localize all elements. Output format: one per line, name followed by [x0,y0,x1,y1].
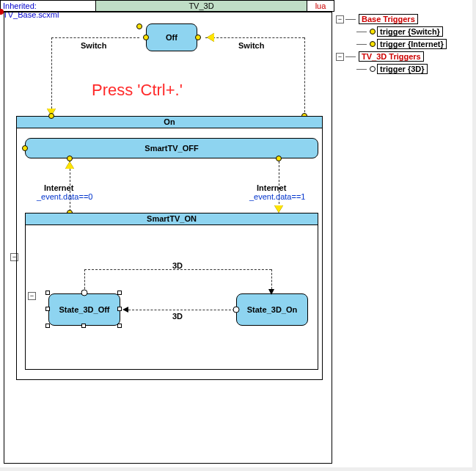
script-lang: lua [307,1,334,11]
selection-handle[interactable] [45,307,50,311]
transition-cond: _event.data==0 [37,192,92,201]
state-label: State_3D_On [247,305,297,314]
diagram-header: Inherited: TV_Base.scxml TV_3D lua [0,0,334,12]
selection-handle[interactable] [117,291,122,295]
scrollbar-horizontal[interactable] [0,467,476,471]
tree-connector-icon [356,64,370,74]
state-smarttv-on[interactable]: SmartTV_ON [25,213,318,370]
hint-overlay: Press 'Ctrl+.' [92,81,183,100]
tree-toggle-icon[interactable]: − [336,15,344,23]
trigger-group[interactable]: Base Triggers [359,14,418,24]
state-label: State_3D_Off [59,305,109,314]
trigger-tree[interactable]: − Base Triggers trigger {Switch} trigger… [336,13,472,76]
state-label: Off [166,33,177,42]
trigger-item[interactable]: trigger {Switch} [377,26,443,37]
arrow-icon [65,161,74,169]
port-icon[interactable] [22,145,28,151]
port-icon[interactable] [67,156,73,161]
arrow-icon [122,307,128,313]
trigger-group[interactable]: TV_3D Triggers [359,51,424,62]
port-icon[interactable] [143,34,149,40]
trigger-dot-icon [370,29,376,34]
state-off[interactable]: Off [146,23,197,51]
port-icon[interactable] [136,23,142,29]
selection-handle[interactable] [45,324,50,328]
tree-connector-icon [345,51,359,62]
state-3d-on[interactable]: State_3D_On [236,293,308,326]
trigger-dot-icon [370,66,376,72]
tree-connector-icon [356,26,370,37]
port-icon[interactable] [48,113,54,119]
state-label: SmartTV_OFF [144,144,198,153]
transition-label: Internet [44,183,73,192]
tree-toggle-icon[interactable]: − [336,53,344,61]
state-label: SmartTV_ON [26,213,318,225]
transition-label: Switch [238,41,264,50]
trigger-dot-icon [370,41,376,47]
arrow-icon [207,33,214,42]
state-3d-off[interactable]: State_3D_Off [48,293,120,326]
arrow-icon [268,289,274,295]
initial-dot-icon [233,307,240,313]
selection-handle[interactable] [117,324,122,328]
state-label: On [17,117,322,128]
inherited-label: Inherited: TV_Base.scxml [1,1,96,11]
scrollbar-vertical[interactable] [472,0,476,471]
tree-connector-icon [356,39,370,49]
selection-handle[interactable] [117,307,122,311]
transition-label: Switch [81,41,106,50]
selection-handle[interactable] [81,324,86,328]
arrow-icon [274,205,283,213]
editor-canvas[interactable]: Inherited: TV_Base.scxml TV_3D lua − − O… [0,0,476,471]
transition-label: 3D [172,261,183,270]
transition-label: 3D [172,312,183,321]
diagram-area[interactable]: Inherited: TV_Base.scxml TV_3D lua − − O… [0,0,334,471]
diagram-title: TV_3D [96,1,307,11]
initial-dot-icon [81,290,88,296]
port-icon[interactable] [276,156,282,161]
trigger-item[interactable]: trigger {3D} [377,64,428,74]
transition-label: Internet [257,183,286,192]
port-icon[interactable] [195,34,201,40]
transition-cond: _event.data==1 [249,192,305,201]
tree-connector-icon [345,14,359,24]
selection-handle[interactable] [45,291,50,295]
trigger-item[interactable]: trigger {Internet} [377,39,447,49]
